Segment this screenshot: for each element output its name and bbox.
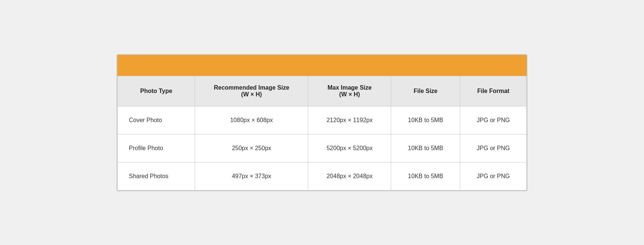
column-header-row: Photo Type Recommended Image Size(W × H)… [118, 76, 527, 106]
table-row: Profile Photo 250px × 250px 5200px × 520… [118, 134, 527, 162]
guidelines-table: Photo Type Recommended Image Size(W × H)… [117, 76, 527, 190]
table-body: Cover Photo 1080px × 608px 2120px × 1192… [118, 106, 527, 190]
table-header [117, 55, 527, 76]
table-head: Photo Type Recommended Image Size(W × H)… [118, 76, 527, 106]
col-header-recommended-size: Recommended Image Size(W × H) [195, 76, 308, 106]
col-header-max-size: Max Image Size(W × H) [308, 76, 391, 106]
row3-photo-type: Shared Photos [118, 162, 195, 190]
row3-file-size: 10KB to 5MB [391, 162, 460, 190]
table-row: Cover Photo 1080px × 608px 2120px × 1192… [118, 106, 527, 134]
row1-file-size: 10KB to 5MB [391, 106, 460, 134]
row2-file-size: 10KB to 5MB [391, 134, 460, 162]
guidelines-table-container: Photo Type Recommended Image Size(W × H)… [117, 54, 527, 191]
row3-recommended-size: 497px × 373px [195, 162, 308, 190]
row3-file-format: JPG or PNG [460, 162, 527, 190]
col-header-photo-type: Photo Type [118, 76, 195, 106]
row3-max-size: 2048px × 2048px [308, 162, 391, 190]
table-row: Shared Photos 497px × 373px 2048px × 204… [118, 162, 527, 190]
row2-photo-type: Profile Photo [118, 134, 195, 162]
row1-recommended-size: 1080px × 608px [195, 106, 308, 134]
col-header-file-size: File Size [391, 76, 460, 106]
col-header-file-format: File Format [460, 76, 527, 106]
row1-photo-type: Cover Photo [118, 106, 195, 134]
row2-file-format: JPG or PNG [460, 134, 527, 162]
row1-file-format: JPG or PNG [460, 106, 527, 134]
row1-max-size: 2120px × 1192px [308, 106, 391, 134]
row2-max-size: 5200px × 5200px [308, 134, 391, 162]
row2-recommended-size: 250px × 250px [195, 134, 308, 162]
